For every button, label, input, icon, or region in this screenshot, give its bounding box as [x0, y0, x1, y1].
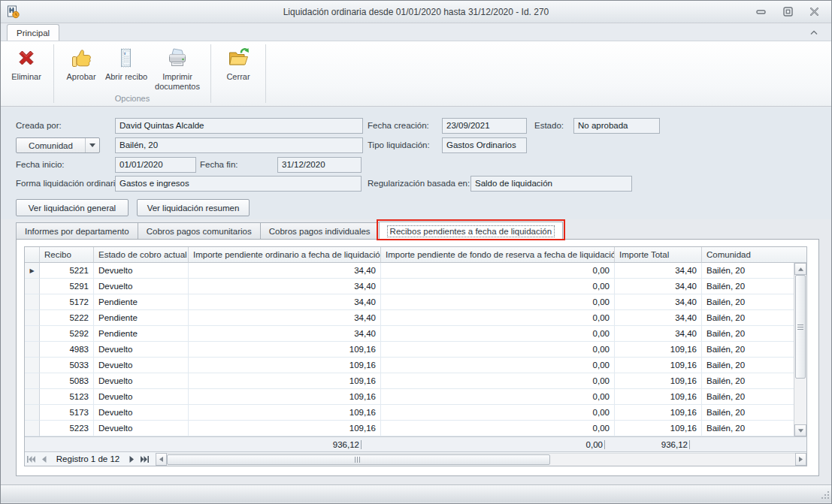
cell-estado[interactable]: Pendiente — [94, 326, 189, 342]
cell-fondo[interactable]: 0,00 — [381, 279, 615, 294]
cell-ordinario[interactable]: 34,40 — [189, 263, 381, 279]
nav-next-button[interactable] — [126, 452, 138, 466]
vertical-scrollbar[interactable] — [794, 263, 806, 436]
cell-comunidad[interactable]: Bailén, 20 — [702, 389, 794, 405]
table-row[interactable]: 5033Devuelto109,160,00109,16Bailén, 20 — [25, 358, 794, 373]
cerrar-button[interactable]: Cerrar — [216, 43, 261, 94]
cell-fondo[interactable]: 0,00 — [381, 310, 615, 326]
vscroll-down-button[interactable] — [794, 424, 806, 436]
table-row[interactable]: 5173Devuelto109,160,00109,16Bailén, 20 — [25, 405, 794, 421]
cell-recibo[interactable]: 5033 — [40, 358, 94, 373]
cell-total[interactable]: 34,40 — [615, 294, 702, 310]
tab-cobros-pagos-comunitarios[interactable]: Cobros pagos comunitarios — [138, 222, 261, 239]
tab-cobros-pagos-individuales[interactable]: Cobros pagos individuales — [260, 222, 380, 239]
cell-estado[interactable]: Devuelto — [94, 263, 189, 279]
cell-estado[interactable]: Devuelto — [94, 342, 189, 358]
cell-estado[interactable]: Devuelto — [94, 405, 189, 421]
cell-ordinario[interactable]: 109,16 — [189, 342, 381, 358]
ver-liquidacion-resumen-button[interactable]: Ver liquidación resumen — [137, 199, 250, 216]
fecha-creacion-field[interactable]: 23/09/2021 — [442, 118, 527, 134]
cell-estado[interactable]: Devuelto — [94, 373, 189, 389]
fecha-fin-field[interactable]: 31/12/2020 — [277, 157, 362, 173]
cell-comunidad[interactable]: Bailén, 20 — [702, 310, 794, 326]
header-cell-recibo[interactable]: Recibo — [40, 247, 94, 263]
cell-ordinario[interactable]: 109,16 — [189, 358, 381, 373]
hscroll-right-button[interactable] — [795, 453, 806, 466]
cell-fondo[interactable]: 0,00 — [381, 342, 615, 358]
cell-ordinario[interactable]: 109,16 — [189, 421, 381, 436]
header-cell-estado[interactable]: Estado de cobro actual — [94, 247, 189, 263]
ver-liquidacion-general-button[interactable]: Ver liquidación general — [16, 199, 129, 216]
cell-recibo[interactable]: 5223 — [40, 421, 94, 436]
cell-comunidad[interactable]: Bailén, 20 — [702, 373, 794, 389]
cell-comunidad[interactable]: Bailén, 20 — [702, 421, 794, 436]
cell-comunidad[interactable]: Bailén, 20 — [702, 326, 794, 342]
cell-total[interactable]: 109,16 — [615, 405, 702, 421]
cell-recibo[interactable]: 5083 — [40, 373, 94, 389]
comunidad-field[interactable]: Bailén, 20 — [115, 137, 363, 153]
comunidad-dropdown-button[interactable]: Comunidad — [16, 137, 100, 153]
minimize-button[interactable] — [755, 7, 768, 17]
cell-fondo[interactable]: 0,00 — [381, 326, 615, 342]
table-row[interactable]: 5083Devuelto109,160,00109,16Bailén, 20 — [25, 373, 794, 389]
cell-estado[interactable]: Pendiente — [94, 310, 189, 326]
cell-estado[interactable]: Devuelto — [94, 389, 189, 405]
cell-comunidad[interactable]: Bailén, 20 — [702, 358, 794, 373]
cell-fondo[interactable]: 0,00 — [381, 373, 615, 389]
cell-total[interactable]: 34,40 — [615, 310, 702, 326]
cell-ordinario[interactable]: 109,16 — [189, 373, 381, 389]
cell-comunidad[interactable]: Bailén, 20 — [702, 342, 794, 358]
cell-recibo[interactable]: 5291 — [40, 279, 94, 294]
tab-informes-por-departamento[interactable]: Informes por departamento — [16, 222, 138, 239]
header-cell-comunidad[interactable]: Comunidad — [702, 247, 806, 263]
fecha-inicio-field[interactable]: 01/01/2020 — [115, 157, 196, 173]
hscroll-left-button[interactable] — [156, 453, 167, 466]
cell-total[interactable]: 109,16 — [615, 342, 702, 358]
cell-recibo[interactable]: 5172 — [40, 294, 94, 310]
creada-por-field[interactable]: David Quintas Alcalde — [115, 118, 363, 134]
cell-recibo[interactable]: 4983 — [40, 342, 94, 358]
tab-recibos-pendientes[interactable]: Recibos pendientes a fecha de liquidació… — [379, 222, 563, 240]
cell-recibo[interactable]: 5222 — [40, 310, 94, 326]
nav-prev-button[interactable] — [38, 452, 50, 466]
cell-fondo[interactable]: 0,00 — [381, 389, 615, 405]
table-row[interactable]: 5223Devuelto109,160,00109,16Bailén, 20 — [25, 421, 794, 436]
cell-comunidad[interactable]: Bailén, 20 — [702, 405, 794, 421]
table-row[interactable]: 5172Pendiente34,400,0034,40Bailén, 20 — [25, 294, 794, 310]
imprimir-documentos-button[interactable]: Imprimir documentos — [149, 43, 206, 94]
ribbon-collapse-button[interactable] — [807, 26, 821, 38]
hscroll-thumb[interactable] — [167, 454, 550, 465]
table-row[interactable]: 4983Devuelto109,160,00109,16Bailén, 20 — [25, 342, 794, 358]
horizontal-scrollbar[interactable] — [167, 453, 795, 466]
cell-total[interactable]: 109,16 — [615, 373, 702, 389]
cell-total[interactable]: 34,40 — [615, 326, 702, 342]
ribbon-tab-principal[interactable]: Principal — [7, 24, 59, 41]
cell-fondo[interactable]: 0,00 — [381, 358, 615, 373]
vscroll-up-button[interactable] — [794, 263, 806, 275]
cell-recibo[interactable]: 5292 — [40, 326, 94, 342]
header-cell-fondo[interactable]: Importe pendiente de fondo de reserva a … — [381, 247, 615, 263]
forma-liquidacion-field[interactable]: Gastos e ingresos — [115, 176, 362, 192]
nav-last-button[interactable] — [138, 452, 151, 466]
cell-fondo[interactable]: 0,00 — [381, 294, 615, 310]
cell-estado[interactable]: Devuelto — [94, 279, 189, 294]
resize-grip[interactable] — [820, 490, 830, 501]
cell-fondo[interactable]: 0,00 — [381, 263, 615, 279]
cell-recibo[interactable]: 5173 — [40, 405, 94, 421]
cell-total[interactable]: 34,40 — [615, 263, 702, 279]
cell-estado[interactable]: Devuelto — [94, 358, 189, 373]
cell-total[interactable]: 109,16 — [615, 358, 702, 373]
cell-total[interactable]: 34,40 — [615, 279, 702, 294]
cell-ordinario[interactable]: 34,40 — [189, 294, 381, 310]
cell-estado[interactable]: Pendiente — [94, 294, 189, 310]
table-row[interactable]: 5292Pendiente34,400,0034,40Bailén, 20 — [25, 326, 794, 342]
cell-ordinario[interactable]: 34,40 — [189, 310, 381, 326]
cell-recibo[interactable]: 5221 — [40, 263, 94, 279]
vscroll-thumb[interactable] — [795, 275, 806, 379]
nav-first-button[interactable] — [25, 452, 38, 466]
restore-button[interactable] — [781, 7, 794, 17]
close-button[interactable] — [807, 7, 821, 17]
cell-ordinario[interactable]: 34,40 — [189, 326, 381, 342]
regularizacion-field[interactable]: Saldo de liquidación — [470, 176, 632, 192]
estado-field[interactable]: No aprobada — [573, 118, 660, 134]
